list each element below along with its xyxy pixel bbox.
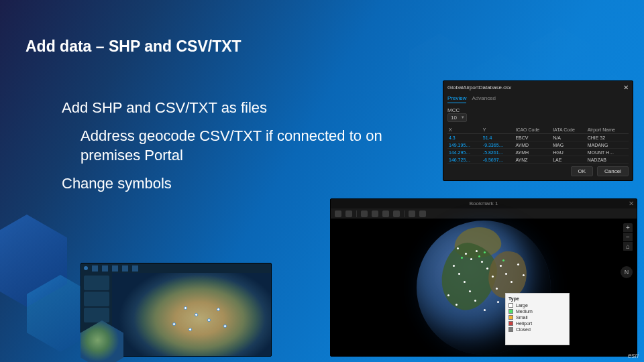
panel-b-title: Bookmark 1 ✕ — [331, 199, 637, 208]
table-icon[interactable] — [419, 210, 426, 217]
cancel-button[interactable]: Cancel — [597, 166, 629, 176]
home-button[interactable]: ⌂ — [623, 242, 633, 251]
csv-table: X Y ICAO Code IATA Code Airport Name 4.3… — [447, 126, 629, 164]
tool-icon[interactable] — [102, 265, 108, 272]
measure-icon[interactable] — [361, 210, 368, 217]
close-icon[interactable]: ✕ — [623, 84, 629, 91]
layer-item[interactable] — [84, 292, 109, 306]
bookmarks-icon[interactable] — [393, 210, 400, 217]
tab-advanced[interactable]: Advanced — [472, 95, 496, 103]
col-x[interactable]: X — [447, 126, 482, 134]
compass-icon[interactable]: N — [621, 266, 633, 278]
table-row: 144.295…-5.8261…AYMHHGUMOUNT H… — [447, 149, 629, 156]
layer-item[interactable] — [84, 308, 109, 322]
tool-icon[interactable] — [132, 265, 138, 272]
panel-b-toolbar — [331, 208, 637, 219]
col-icao[interactable]: ICAO Code — [514, 126, 551, 134]
bullet-1: Add SHP and CSV/TXT as files — [62, 98, 384, 118]
map-canvas[interactable] — [112, 273, 271, 356]
table-row: 4.351.4EBCVN/ACHIE 32 — [447, 134, 629, 141]
grid-icon[interactable] — [409, 210, 415, 217]
globe-canvas[interactable]: Type Large Medium Small Heliport Closed … — [331, 219, 637, 356]
legend-title: Type — [508, 296, 566, 301]
pencil-icon[interactable] — [345, 210, 352, 217]
tab-preview[interactable]: Preview — [447, 95, 466, 103]
zoom-in-button[interactable]: + — [623, 223, 633, 233]
select-icon[interactable] — [335, 210, 341, 217]
legend-popup[interactable]: Type Large Medium Small Heliport Closed — [505, 293, 570, 345]
bullet-list: Add SHP and CSV/TXT as files Address geo… — [62, 98, 384, 202]
tool-icon[interactable] — [92, 265, 98, 272]
csv-preview-dialog: GlobalAirportDatabase.csv ✕ Preview Adva… — [443, 80, 633, 181]
tool-icon[interactable] — [112, 265, 118, 272]
dropdown-label: MCC — [447, 107, 460, 113]
tool-icon[interactable] — [122, 265, 128, 272]
rowcount-dropdown[interactable]: 10 — [447, 113, 467, 122]
slide-title: Add data – SHP and CSV/TXT — [25, 38, 241, 56]
col-iata[interactable]: IATA Code — [551, 126, 586, 134]
legend-swatch — [508, 321, 513, 326]
identify-icon[interactable] — [372, 210, 378, 217]
scene-panel-3d: Bookmark 1 ✕ Ty — [330, 198, 637, 357]
bullet-3: Change symbols — [62, 174, 384, 194]
legend-swatch — [508, 303, 513, 308]
layers-icon[interactable] — [382, 210, 389, 217]
legend-swatch — [508, 315, 513, 320]
dialog-title: GlobalAirportDatabase.csv — [447, 84, 511, 90]
zoom-out-button[interactable]: − — [623, 233, 633, 242]
col-y[interactable]: Y — [482, 126, 515, 134]
ok-button[interactable]: OK — [571, 166, 594, 176]
table-row: 146.725…-6.5697…AYNZLAENADZAB — [447, 156, 629, 164]
table-row: 149.195…-9.3365…AYMDMAGMADANG — [447, 141, 629, 149]
panel-a-toolbar — [81, 263, 271, 273]
app-menu-icon[interactable] — [84, 266, 88, 270]
layer-item[interactable] — [84, 276, 109, 290]
legend-swatch — [508, 327, 513, 332]
col-name[interactable]: Airport Name — [586, 126, 629, 134]
close-icon[interactable]: ✕ — [629, 199, 634, 208]
legend-swatch — [508, 309, 513, 314]
bullet-2: Address geocode CSV/TXT if connected to … — [62, 126, 384, 166]
brand-logo: esri — [628, 352, 639, 359]
zoom-control: + − ⌂ — [623, 223, 633, 251]
